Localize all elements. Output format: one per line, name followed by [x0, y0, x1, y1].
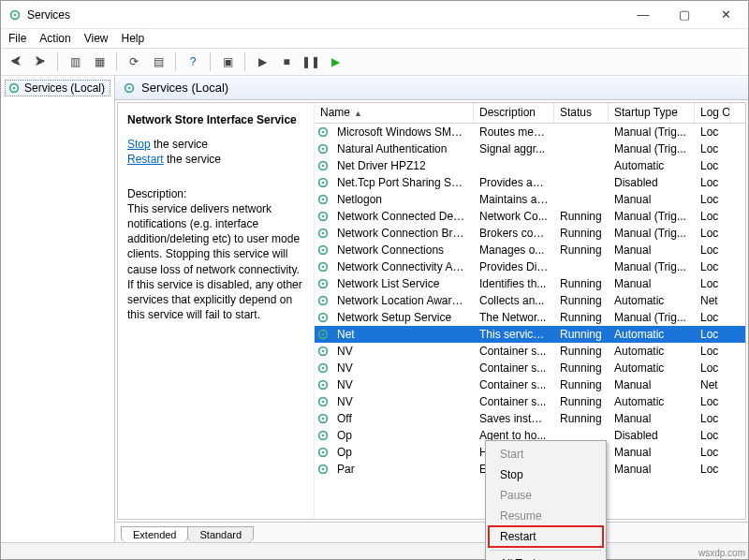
stop-service-button[interactable]: ■ — [277, 52, 296, 71]
menu-file[interactable]: File — [8, 32, 26, 45]
cell-status: Running — [554, 210, 609, 223]
stop-link[interactable]: Stop — [127, 138, 151, 151]
service-row[interactable]: Microsoft Windows SMS Ro...Routes mes...… — [315, 124, 745, 140]
tab-standard[interactable]: Standard — [187, 526, 254, 542]
cell-logon: Loc — [695, 311, 730, 324]
service-row[interactable]: Network Connected Device...Network Co...… — [315, 208, 745, 225]
toolbar: ⮜ ⮞ ▥ ▦ ⟳ ▤ ? ▣ ▶ ■ ❚❚ ▶ — [1, 48, 748, 76]
service-row[interactable]: NetlogonMaintains a ...ManualLoc — [315, 191, 745, 208]
svg-point-33 — [322, 350, 325, 353]
svg-point-27 — [322, 300, 325, 302]
col-status[interactable]: Status — [554, 103, 609, 123]
ctx-pause[interactable]: Pause — [489, 485, 603, 506]
service-row[interactable]: NVContainer s...RunningAutomaticLoc — [315, 393, 745, 410]
svg-point-3 — [13, 87, 16, 90]
menu-help[interactable]: Help — [122, 32, 145, 45]
gear-icon — [7, 81, 21, 95]
cell-name: Network Connected Device... — [331, 210, 474, 223]
description-label: Description: — [127, 186, 304, 201]
show-hide-tree-button[interactable]: ▥ — [66, 52, 84, 71]
service-row[interactable]: Network Location AwarenessCollects an...… — [315, 292, 745, 309]
restart-link[interactable]: Restart — [127, 153, 164, 166]
cell-name: NV — [331, 395, 474, 408]
pause-service-button[interactable]: ❚❚ — [301, 52, 320, 71]
gear-icon — [315, 412, 331, 425]
restart-service-button[interactable]: ▶ — [326, 52, 345, 71]
cell-description: Container s... — [474, 395, 554, 408]
cell-status: Running — [554, 277, 609, 290]
service-row[interactable]: NVContainer s...RunningAutomaticLoc — [315, 360, 745, 376]
footer-note: wsxdp.com — [698, 548, 745, 558]
service-row[interactable]: NetThis service ...RunningAutomaticLoc — [315, 326, 745, 343]
menu-action[interactable]: Action — [39, 32, 70, 45]
svg-point-9 — [322, 148, 325, 151]
cell-logon: Loc — [695, 193, 730, 206]
cell-name: Network Connectivity Assis... — [331, 260, 474, 273]
service-row[interactable]: Network Setup ServiceThe Networ...Runnin… — [315, 309, 745, 326]
cell-name: Op — [331, 429, 474, 442]
service-row[interactable]: Natural AuthenticationSignal aggr...Manu… — [315, 140, 745, 157]
view-tabs: Extended Standard — [115, 522, 748, 542]
cell-startup: Manual — [609, 193, 695, 206]
gear-icon — [315, 210, 331, 223]
minimize-button[interactable]: — — [623, 2, 664, 28]
properties-icon[interactable]: ▣ — [218, 52, 237, 71]
properties-button[interactable]: ▦ — [90, 52, 109, 71]
titlebar[interactable]: Services — ▢ ✕ — [1, 1, 748, 29]
ctx-stop[interactable]: Stop — [489, 464, 603, 485]
col-startup[interactable]: Startup Type — [609, 103, 695, 123]
gear-icon — [315, 294, 331, 307]
service-row[interactable]: Net.Tcp Port Sharing ServiceProvides abi… — [315, 174, 745, 191]
cell-startup: Automatic — [609, 159, 695, 172]
close-button[interactable]: ✕ — [705, 2, 746, 28]
forward-button[interactable]: ⮞ — [31, 52, 50, 71]
ctx-restart[interactable]: Restart — [489, 526, 603, 547]
menu-view[interactable]: View — [84, 32, 109, 45]
window-title: Services — [27, 8, 70, 22]
cell-startup: Manual (Trig... — [609, 227, 695, 240]
export-button[interactable]: ▤ — [149, 52, 168, 71]
refresh-button[interactable]: ⟳ — [125, 52, 143, 71]
cell-name: Netlogon — [331, 193, 474, 206]
cell-logon: Loc — [695, 210, 730, 223]
service-heading: Network Store Interface Service — [127, 112, 304, 127]
cell-description: Routes mes... — [474, 125, 554, 139]
service-row[interactable]: OffSaves install...RunningManualLoc — [315, 410, 745, 427]
service-row[interactable]: Network Connection BrokerBrokers con...R… — [315, 225, 745, 242]
service-row[interactable]: NVContainer s...RunningManualNet — [315, 376, 745, 393]
service-row[interactable]: Net Driver HPZ12AutomaticLoc — [315, 157, 745, 174]
col-description[interactable]: Description — [474, 103, 554, 123]
cell-description: Network Co... — [474, 210, 554, 223]
ctx-start[interactable]: Start — [489, 444, 603, 464]
ctx-all-tasks[interactable]: All Tasks▸ — [489, 553, 603, 560]
back-button[interactable]: ⮜ — [7, 52, 25, 71]
cell-description: Identifies th... — [474, 277, 554, 290]
cell-logon: Loc — [695, 243, 730, 257]
start-service-button[interactable]: ▶ — [253, 52, 272, 71]
gear-icon — [315, 328, 331, 341]
cell-logon: Loc — [695, 260, 730, 273]
service-row[interactable]: Network List ServiceIdentifies th...Runn… — [315, 275, 745, 292]
pane-title: Services (Local) — [141, 81, 228, 95]
cell-logon: Loc — [695, 176, 730, 189]
help-button[interactable]: ? — [184, 52, 202, 71]
cell-startup: Manual (Trig... — [609, 260, 695, 273]
tab-extended[interactable]: Extended — [121, 526, 188, 542]
service-row[interactable]: Network Connectivity Assis...Provides Di… — [315, 258, 745, 275]
gear-icon — [123, 81, 136, 95]
maximize-button[interactable]: ▢ — [664, 2, 705, 28]
cell-startup: Automatic — [609, 361, 695, 375]
service-row[interactable]: Network ConnectionsManages o...RunningMa… — [315, 242, 745, 258]
gear-icon — [315, 277, 331, 290]
tree-root-services-local[interactable]: Services (Local) — [5, 80, 110, 96]
service-row[interactable]: NVContainer s...RunningAutomaticLoc — [315, 343, 745, 360]
cell-startup: Manual (Trig... — [609, 210, 695, 223]
col-name[interactable]: Name▲ — [315, 103, 474, 123]
svg-point-45 — [322, 451, 325, 454]
ctx-resume[interactable]: Resume — [489, 506, 603, 526]
cell-status: Running — [554, 345, 609, 358]
col-logon[interactable]: Log On As — [695, 103, 730, 123]
cell-name: Net — [331, 328, 474, 341]
cell-logon: Loc — [695, 277, 730, 290]
cell-startup: Disabled — [609, 176, 695, 189]
